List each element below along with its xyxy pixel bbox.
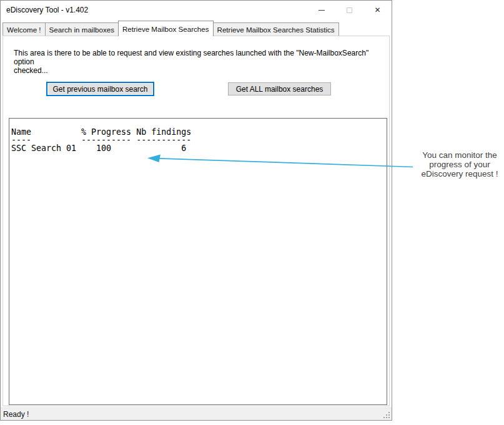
caption-buttons: ✕ bbox=[307, 1, 392, 19]
tab-search-in-mailboxes[interactable]: Search in mailboxes bbox=[45, 22, 119, 36]
minimize-button[interactable] bbox=[307, 1, 335, 19]
status-bar: Ready ! bbox=[1, 408, 392, 420]
window-title: eDiscovery Tool - v1.402 bbox=[6, 6, 88, 14]
tab-retrieve-searches-statistics[interactable]: Retrieve Mailbox Searches Statistics bbox=[213, 22, 339, 36]
intro-text-line-2: checked... bbox=[14, 66, 389, 75]
get-all-mailbox-searches-button[interactable]: Get ALL mailbox searches bbox=[228, 82, 331, 95]
annotation-note: You can monitor the progress of your eDi… bbox=[412, 150, 504, 178]
tab-welcome[interactable]: Welcome ! bbox=[2, 22, 46, 36]
intro-text: This area is there to be able to request… bbox=[14, 49, 389, 75]
status-text: Ready ! bbox=[3, 410, 29, 419]
maximize-icon bbox=[347, 7, 352, 13]
tab-retrieve-mailbox-searches[interactable]: Retrieve Mailbox Searches bbox=[118, 21, 214, 36]
tab-strip: Welcome ! Search in mailboxes Retrieve M… bbox=[2, 21, 338, 36]
intro-text-line-1: This area is there to be able to request… bbox=[14, 49, 389, 66]
close-button[interactable]: ✕ bbox=[363, 1, 392, 19]
close-icon: ✕ bbox=[374, 6, 380, 14]
search-results-listbox[interactable]: Name % Progress Nb findings ---- -------… bbox=[9, 118, 387, 405]
app-window: eDiscovery Tool - v1.402 ✕ Welcome ! Sea… bbox=[0, 0, 392, 421]
tab-page-retrieve-mailbox-searches: This area is there to be able to request… bbox=[2, 36, 390, 406]
titlebar[interactable]: eDiscovery Tool - v1.402 ✕ bbox=[1, 1, 392, 20]
search-results-text: Name % Progress Nb findings ---- -------… bbox=[9, 119, 387, 152]
minimize-icon bbox=[319, 10, 325, 11]
maximize-button bbox=[335, 1, 363, 19]
get-previous-mailbox-search-button[interactable]: Get previous mailbox search bbox=[46, 82, 154, 96]
resize-grip-icon[interactable] bbox=[388, 417, 390, 418]
